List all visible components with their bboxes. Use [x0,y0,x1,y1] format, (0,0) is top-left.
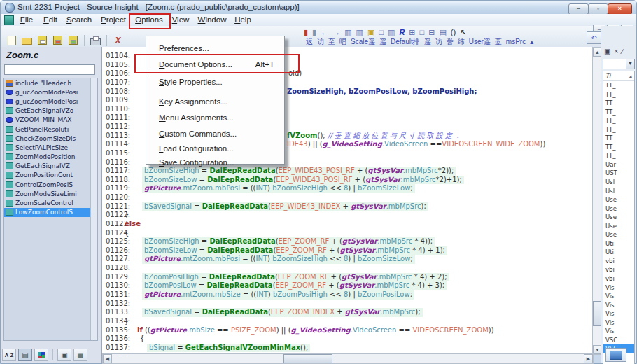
window-next-icon[interactable]: ▥ [356,27,363,37]
symbol-list[interactable]: include "Header.hg_ucZoomModePosig_ucZoo… [4,78,98,341]
window-prev-icon[interactable]: ▥ [344,27,351,37]
code-line[interactable]: 01119:gtPicture.mtZoom.mbPosi = ((INT) b… [102,184,592,193]
code-line[interactable]: 01136:{ [102,335,592,344]
open-folder-button[interactable] [20,34,34,46]
symbol-item-lowzoomcontrols[interactable]: LowZoomControlS [4,208,97,217]
symbol-item-controlzoomposis[interactable]: ControlZoomPosiS [4,180,97,189]
toolbar-label[interactable]: User遥 [469,38,491,46]
toolbar-label[interactable]: msPrc [506,38,526,46]
relation-item[interactable]: Vis [603,327,634,336]
pin-icon[interactable]: ∕ [622,48,623,55]
toolbar-label[interactable]: Scale遥 [351,38,375,46]
code-line[interactable]: 01137:bSignal = GetEachSignalVZoomMinMax… [102,344,592,353]
symbol-item-g_uczoommodeposi[interactable]: g_ucZoomModePosi [4,97,97,106]
toolbar-label[interactable]: 访 [317,38,324,46]
title-bar[interactable]: Smt-2231 Project - Source Insight - [Zoo… [1,1,636,14]
relation-item[interactable]: vbi [603,274,634,284]
symbol-item-selectpalpicsize[interactable]: SelectPALPicSize [4,143,97,152]
code-line[interactable]: 01121:bSavedSignal = DalEepReadData(EEP_… [102,202,592,211]
save-button[interactable] [36,34,49,46]
print-button[interactable] [89,34,102,46]
relation-item[interactable]: VSC [603,336,634,345]
relation-item[interactable]: Vis [603,318,634,328]
relation-item[interactable]: TT_ [603,125,634,134]
menu-help[interactable]: Help [230,14,255,26]
menu-item-style-properties[interactable]: Style Properties... [146,76,284,88]
toolbar-label[interactable]: 遥 [424,38,431,46]
symbol-item-geteachsignalvzo[interactable]: GetEachSignalVZo [4,106,97,115]
relation-item[interactable]: Use [603,195,634,204]
code-line[interactable]: 01130:bZoomPosiLow = DalEepReadData(EEP_… [102,281,592,290]
relation-item[interactable]: Use [603,213,634,222]
close-button[interactable]: × [608,4,632,15]
toolbar-label[interactable]: Default排 [391,38,420,46]
code-line[interactable]: 01131:gtPicture.mtZoom.mbSize = ((INT) b… [102,290,592,300]
toolbar-label[interactable]: 纬 [458,38,465,46]
mixed-view-button[interactable]: ▦ [74,349,88,361]
maximize-button[interactable]: ▫ [588,4,608,15]
toolbar-label[interactable]: 誉 [447,38,454,46]
back-arrow-icon[interactable]: ← [321,27,328,37]
relation-filter-dropdown[interactable]: ▼ [603,59,635,69]
toolbar-label[interactable]: 访 [435,38,442,46]
code-line[interactable]: 01135:if ((gtPicture.mbSize == PSIZE_ZOO… [102,326,592,335]
bookmark-grey-icon[interactable]: ▮ [312,27,316,37]
symbol-search-input[interactable] [4,64,95,75]
symbol-item-geteachsignalvz[interactable]: GetEachSignalVZ [4,162,97,171]
lock-icon[interactable]: ▣ [368,27,374,37]
close-x-icon[interactable]: × [614,48,618,55]
relation-item[interactable]: Vis [603,292,634,301]
forward-arrow-icon[interactable]: → [332,27,340,37]
menu-item-custom-commands[interactable]: Custom Commands... [146,127,284,140]
relation-item[interactable]: Usl [603,178,634,187]
code-line[interactable]: 01123:else [102,220,592,229]
columns-icon[interactable]: ▥ [388,27,395,37]
chevron-down-icon[interactable]: ▼ [626,59,634,69]
toolbar-label[interactable]: 遥 [379,38,386,46]
menu-item-preferences[interactable]: Preferences... [146,42,284,55]
relation-item[interactable]: Vis [603,284,634,293]
symbol-item-getpanelresoluti[interactable]: GetPanelResoluti [4,125,97,134]
vertical-scrollbar[interactable]: ▲ ▼ [592,47,602,355]
menu-view[interactable]: View [167,14,194,26]
code-line[interactable]: 01126:bZoomSizeLow = DalEepReadData(EEP_… [102,246,592,255]
symbol-r-icon[interactable]: R [399,27,405,37]
parens-icon[interactable]: () [451,27,456,37]
code-line[interactable]: 01120: [102,193,592,202]
symbol-item-zoompositioncont[interactable]: ZoomPositionCont [4,171,97,180]
relation-item[interactable]: Uti [603,239,634,248]
relation-symbol-list[interactable]: Ti▲ TT_TT_TT_TT_TT_TT_TT_TT_TT_UarUSTUsl… [603,71,635,364]
symbol-item-zoommodesizelimi[interactable]: ZoomModeSizeLimi [4,189,97,198]
symbol-list-scrollbar[interactable] [90,78,97,340]
relation-item[interactable]: TT_ [603,151,634,160]
toolbar-label[interactable]: 返 [306,38,313,46]
relation-item[interactable]: TT_ [603,143,634,152]
relation-item[interactable]: TT_ [603,99,634,108]
code-line[interactable]: 01128: [102,264,592,273]
menu-item-load-configuration[interactable]: Load Configuration... [146,142,284,155]
relation-item[interactable]: TT_ [603,134,634,143]
code-line[interactable]: 01129:bZoomPosiHigh = DalEepReadData(EEP… [102,273,592,282]
toolbar-label[interactable]: 至 [328,38,335,46]
menu-item-key-assignments[interactable]: Key Assignments... [146,95,284,108]
image-view-button[interactable] [606,348,626,362]
sort-az-button[interactable]: A-Z [2,349,16,361]
relation-item[interactable]: TT_ [603,90,634,99]
cascade-icon[interactable]: ▤ [439,27,446,37]
cursor-arrow-icon[interactable]: ↖ [460,27,466,37]
code-line[interactable]: 01125:bZoomSizeHigh = DalEepReadData(EEP… [102,237,592,246]
symbol-item-zoomscalecontrol[interactable]: ZoomScaleControl [4,198,97,207]
relation-item[interactable]: Use [603,204,634,214]
menu-window[interactable]: Window [194,14,230,26]
code-line[interactable]: 01133:bSavedSignal = DalEepReadData(EEP_… [102,308,592,317]
relation-item[interactable]: Uar [603,160,634,169]
relation-item[interactable]: TT_ [603,116,634,125]
minimize-button[interactable]: – [568,4,589,15]
relation-item[interactable]: Vis [603,309,634,318]
delete-box-icon[interactable]: ▣ [604,48,610,55]
code-line[interactable]: 01127:gtPicture.mtZoom.mbPosi = ((INT) b… [102,255,592,264]
code-line[interactable]: 01118:bZoomSizeLow = DalEepReadData(EEP_… [102,176,592,185]
menu-item-save-configuration[interactable]: Save Configuration... [146,156,284,169]
horizontal-scrollbar[interactable]: ◀ ▶ [102,354,594,364]
relation-item[interactable]: Use [603,230,634,239]
